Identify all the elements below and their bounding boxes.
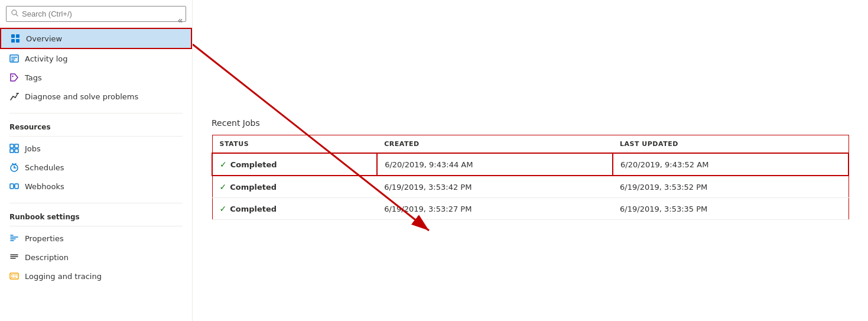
sidebar-item-description-label: Description xyxy=(25,253,69,262)
check-icon: ✓ xyxy=(220,204,227,213)
svg-rect-9 xyxy=(11,60,14,61)
last-updated-cell: 6/19/2019, 3:53:52 PM xyxy=(613,176,849,198)
svg-rect-2 xyxy=(11,34,15,38)
svg-rect-16 xyxy=(15,144,18,148)
svg-line-23 xyxy=(15,164,16,165)
svg-rect-24 xyxy=(10,184,14,189)
sidebar-item-schedules-label: Schedules xyxy=(25,163,64,172)
section-resources: Resources xyxy=(0,116,192,134)
status-cell: ✓ Completed xyxy=(212,153,377,176)
sidebar-item-jobs[interactable]: Jobs xyxy=(0,139,192,158)
description-icon xyxy=(9,252,19,262)
sidebar-item-tags[interactable]: Tags xyxy=(0,68,192,87)
collapse-button[interactable]: « xyxy=(174,13,186,27)
schedules-icon xyxy=(9,163,19,172)
svg-line-11 xyxy=(11,96,13,100)
svg-rect-35 xyxy=(11,274,12,275)
status-label: Completed xyxy=(230,205,277,213)
overview-icon xyxy=(11,34,20,43)
svg-rect-25 xyxy=(15,184,18,189)
search-icon xyxy=(11,9,18,18)
divider-resources-under xyxy=(9,136,183,137)
divider-resources xyxy=(9,113,183,114)
sidebar: « Overview Activity log xyxy=(0,0,193,321)
sidebar-item-tags-label: Tags xyxy=(25,73,42,82)
logging-icon xyxy=(9,271,19,281)
diagnose-icon xyxy=(9,92,19,101)
col-created: CREATED xyxy=(377,135,613,154)
divider-runbook xyxy=(9,203,183,203)
status-cell: ✓ Completed xyxy=(212,176,377,198)
sidebar-item-diagnose-label: Diagnose and solve problems xyxy=(25,92,138,101)
tags-icon xyxy=(9,73,19,82)
sidebar-item-activity-log[interactable]: Activity log xyxy=(0,49,192,68)
recent-jobs-section: Recent Jobs STATUS CREATED LAST UPDATED … xyxy=(193,0,868,220)
svg-rect-17 xyxy=(10,149,14,153)
sidebar-item-properties-label: Properties xyxy=(25,234,64,243)
svg-rect-5 xyxy=(16,39,19,43)
table-row[interactable]: ✓ Completed 6/19/2019, 3:53:42 PM 6/19/2… xyxy=(212,176,849,198)
created-cell: 6/19/2019, 3:53:27 PM xyxy=(377,198,613,220)
sidebar-item-webhooks-label: Webhooks xyxy=(25,182,64,191)
sidebar-item-diagnose[interactable]: Diagnose and solve problems xyxy=(0,87,192,106)
activity-log-icon xyxy=(9,54,19,63)
check-icon: ✓ xyxy=(220,160,227,169)
sidebar-item-webhooks[interactable]: Webhooks xyxy=(0,177,192,196)
svg-rect-8 xyxy=(11,59,15,60)
section-runbook-settings: Runbook settings xyxy=(0,206,192,223)
svg-rect-36 xyxy=(11,277,12,278)
status-cell: ✓ Completed xyxy=(212,198,377,220)
svg-rect-15 xyxy=(10,144,14,148)
table-row[interactable]: ✓ Completed 6/20/2019, 9:43:44 AM 6/20/2… xyxy=(212,153,849,176)
table-row[interactable]: ✓ Completed 6/19/2019, 3:53:27 PM 6/19/2… xyxy=(212,198,849,220)
main-content: Recent Jobs STATUS CREATED LAST UPDATED … xyxy=(193,0,868,321)
sidebar-item-properties[interactable]: Properties xyxy=(0,229,192,248)
check-icon: ✓ xyxy=(220,182,227,192)
svg-line-13 xyxy=(15,93,18,98)
col-last-updated: LAST UPDATED xyxy=(613,135,849,154)
sidebar-item-overview[interactable]: Overview xyxy=(0,28,192,49)
last-updated-cell: 6/19/2019, 3:53:35 PM xyxy=(613,198,849,220)
sidebar-item-jobs-label: Jobs xyxy=(25,144,41,153)
svg-rect-34 xyxy=(10,273,18,279)
svg-rect-4 xyxy=(11,39,15,43)
search-input[interactable] xyxy=(22,9,181,18)
svg-rect-18 xyxy=(15,149,18,153)
svg-rect-3 xyxy=(16,34,19,38)
status-label: Completed xyxy=(230,183,277,192)
svg-line-22 xyxy=(12,164,14,165)
created-cell: 6/20/2019, 9:43:44 AM xyxy=(377,153,613,176)
status-label: Completed xyxy=(230,160,277,169)
sidebar-item-schedules[interactable]: Schedules xyxy=(0,158,192,177)
last-updated-cell: 6/20/2019, 9:43:52 AM xyxy=(613,153,849,176)
jobs-table: STATUS CREATED LAST UPDATED ✓ Completed … xyxy=(212,135,849,220)
webhooks-icon xyxy=(9,181,19,191)
svg-point-10 xyxy=(12,76,13,77)
sidebar-item-logging[interactable]: Logging and tracing xyxy=(0,267,192,286)
created-cell: 6/19/2019, 3:53:42 PM xyxy=(377,176,613,198)
search-bar[interactable] xyxy=(6,6,186,22)
jobs-icon xyxy=(9,144,19,153)
col-status: STATUS xyxy=(212,135,377,154)
sidebar-item-activity-log-label: Activity log xyxy=(25,54,68,63)
divider-runbook-under xyxy=(9,226,183,226)
properties-icon xyxy=(9,234,19,243)
sidebar-item-overview-label: Overview xyxy=(26,34,62,43)
svg-line-1 xyxy=(16,14,18,16)
sidebar-item-description[interactable]: Description xyxy=(0,248,192,267)
sidebar-item-logging-label: Logging and tracing xyxy=(25,272,102,281)
svg-rect-7 xyxy=(11,57,17,58)
recent-jobs-title: Recent Jobs xyxy=(212,118,849,128)
